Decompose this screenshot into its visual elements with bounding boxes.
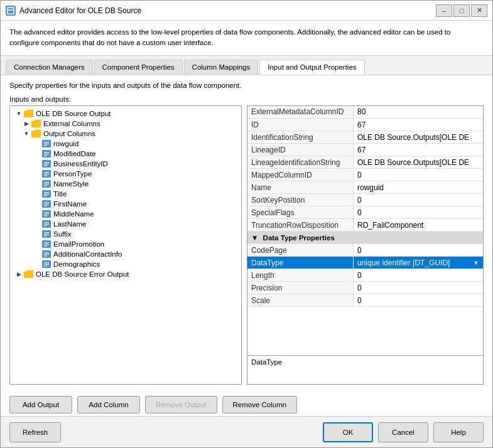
title-bar: Advanced Editor for OLE DB Source – □ ✕ [1,1,492,21]
tree-toggle-ole-db-source-output[interactable]: ▼ [15,110,23,117]
svg-rect-4 [31,131,41,137]
prop-row-sort-key-position[interactable]: SortKeyPosition 0 [247,194,483,206]
prop-row-precision[interactable]: Precision 0 [247,282,483,294]
item-icon-firstname [41,200,51,208]
tree-item-suffix[interactable]: Suffix [10,229,241,239]
tree-label-additionalcontactinfo: AdditionalContactInfo [53,250,122,258]
prop-value-lineage-id[interactable]: 67 [354,144,483,156]
prop-row-code-page[interactable]: CodePage 0 [247,244,483,257]
tab-column-mappings[interactable]: Column Mappings [184,60,259,75]
prop-value-name[interactable]: rowguid [354,181,483,194]
prop-value-sort-key-position[interactable]: 0 [354,194,483,206]
props-table: ExternalMetadataColumnID 80 ID 67 Identi… [247,106,483,307]
tree-label-namestyle: NameStyle [53,180,89,188]
tree-item-namestyle[interactable]: NameStyle [10,179,241,189]
remove-column-button[interactable]: Remove Column [222,396,298,413]
refresh-button[interactable]: Refresh [9,422,61,442]
add-column-button[interactable]: Add Column [77,396,140,413]
tree-label-persontype: PersonType [53,170,92,178]
tree-panel[interactable]: ▼ OLE DB Source Output ▶ External Column… [9,105,242,385]
svg-rect-0 [8,8,14,14]
prop-value-code-page[interactable]: 0 [354,244,483,257]
minimize-button[interactable]: – [436,4,452,17]
tree-item-lastname[interactable]: LastName [10,219,241,229]
add-output-button[interactable]: Add Output [9,396,72,413]
spacer3 [33,160,40,168]
close-button[interactable]: ✕ [471,4,487,17]
prop-value-lineage-identification-string[interactable]: OLE DB Source.Outputs[OLE DE [354,156,483,169]
tree-item-businessentityid[interactable]: BusinessEntityID [10,159,241,169]
maximize-button[interactable]: □ [453,4,470,17]
cancel-button[interactable]: Cancel [378,422,428,442]
prop-row-lineage-identification-string[interactable]: LineageIdentificationString OLE DB Sourc… [247,156,483,169]
section-collapse-icon[interactable]: ▼ [251,234,258,242]
tree-label-output-columns: Output Columns [43,130,95,137]
tree-item-middlename[interactable]: MiddleName [10,209,241,219]
prop-row-external-metadata-column-id[interactable]: ExternalMetadataColumnID 80 [247,106,483,119]
tree-item-external-columns[interactable]: ▶ External Columns [10,119,241,129]
prop-label-mapped-column-id: MappedColumnID [247,169,354,181]
ok-button[interactable]: OK [323,422,373,442]
item-icon-namestyle [41,179,51,188]
tree-item-firstname[interactable]: FirstName [10,199,241,209]
props-description-text: DataType [251,358,282,366]
tab-connection-managers[interactable]: Connection Managers [6,60,93,75]
footer: Refresh OK Cancel Help [1,416,492,447]
prop-label-name: Name [247,181,354,194]
prop-value-truncation-row-disposition[interactable]: RD_FailComponent [354,219,483,232]
folder-icon-external-columns [31,119,41,128]
tree-item-additionalcontactinfo[interactable]: AdditionalContactInfo [10,249,241,259]
prop-row-name[interactable]: Name rowguid [247,181,483,194]
prop-value-external-metadata-column-id[interactable]: 80 [354,106,483,119]
io-main: ▼ OLE DB Source Output ▶ External Column… [9,105,484,385]
prop-value-precision[interactable]: 0 [354,282,483,294]
tree-item-ole-db-source-error-output[interactable]: ▶ OLE DB Source Error Output [10,269,241,279]
main-window: Advanced Editor for OLE DB Source – □ ✕ … [0,0,493,448]
prop-row-lineage-id[interactable]: LineageID 67 [247,144,483,156]
tree-label-lastname: LastName [53,220,86,228]
prop-value-length[interactable]: 0 [354,269,483,282]
item-icon-suffix [41,230,51,238]
content-hint: Specify properties for the inputs and ou… [9,82,484,89]
dropdown-arrow-icon[interactable]: ▼ [474,260,479,266]
tree-item-ole-db-source-output[interactable]: ▼ OLE DB Source Output [10,109,241,119]
section-header-label: ▼ Data Type Properties [247,232,483,244]
tree-item-title[interactable]: Title [10,189,241,199]
prop-value-id[interactable]: 67 [354,119,483,131]
prop-row-id[interactable]: ID 67 [247,119,483,131]
tree-item-demographics[interactable]: Demographics [10,259,241,269]
tree-item-rowguid[interactable]: rowguid [10,139,241,149]
content-area: Specify properties for the inputs and ou… [1,75,492,392]
prop-value-scale[interactable]: 0 [354,294,483,307]
prop-label-identification-string: IdentificationString [247,131,354,144]
prop-row-identification-string[interactable]: IdentificationString OLE DB Source.Outpu… [247,131,483,144]
tree-label-emailpromotion: EmailPromotion [53,240,104,248]
prop-row-data-type[interactable]: DataType unique identifier [DT_GUID] ▼ [247,257,483,269]
tree-label-modifieddate: ModifiedDate [53,150,96,157]
tree-toggle-output-columns[interactable]: ▼ [23,130,30,137]
prop-value-special-flags[interactable]: 0 [354,206,483,219]
tree-toggle-error-output[interactable]: ▶ [15,270,23,278]
tree-item-modifieddate[interactable]: ModifiedDate [10,149,241,159]
prop-row-scale[interactable]: Scale 0 [247,294,483,307]
prop-row-truncation-row-disposition[interactable]: TruncationRowDisposition RD_FailComponen… [247,219,483,232]
tree-item-emailpromotion[interactable]: EmailPromotion [10,239,241,249]
prop-label-special-flags: SpecialFlags [247,206,354,219]
prop-value-mapped-column-id[interactable]: 0 [354,169,483,181]
svg-rect-2 [24,111,33,117]
help-button[interactable]: Help [433,422,484,442]
tree-toggle-external-columns[interactable]: ▶ [23,120,30,127]
tree-item-output-columns[interactable]: ▼ Output Columns [10,129,241,139]
tab-input-output-properties[interactable]: Input and Output Properties [259,60,364,75]
remove-output-button[interactable]: Remove Output [145,396,217,413]
prop-row-mapped-column-id[interactable]: MappedColumnID 0 [247,169,483,181]
props-table-wrapper[interactable]: ExternalMetadataColumnID 80 ID 67 Identi… [247,105,484,356]
spacer [33,140,40,147]
tab-component-properties[interactable]: Component Properties [94,60,183,75]
item-icon-lastname [41,220,51,228]
prop-row-length[interactable]: Length 0 [247,269,483,282]
prop-value-data-type[interactable]: unique identifier [DT_GUID] ▼ [354,257,483,269]
prop-row-special-flags[interactable]: SpecialFlags 0 [247,206,483,219]
tree-item-persontype[interactable]: PersonType [10,169,241,179]
prop-value-identification-string[interactable]: OLE DB Source.Outputs[OLE DE [354,131,483,144]
